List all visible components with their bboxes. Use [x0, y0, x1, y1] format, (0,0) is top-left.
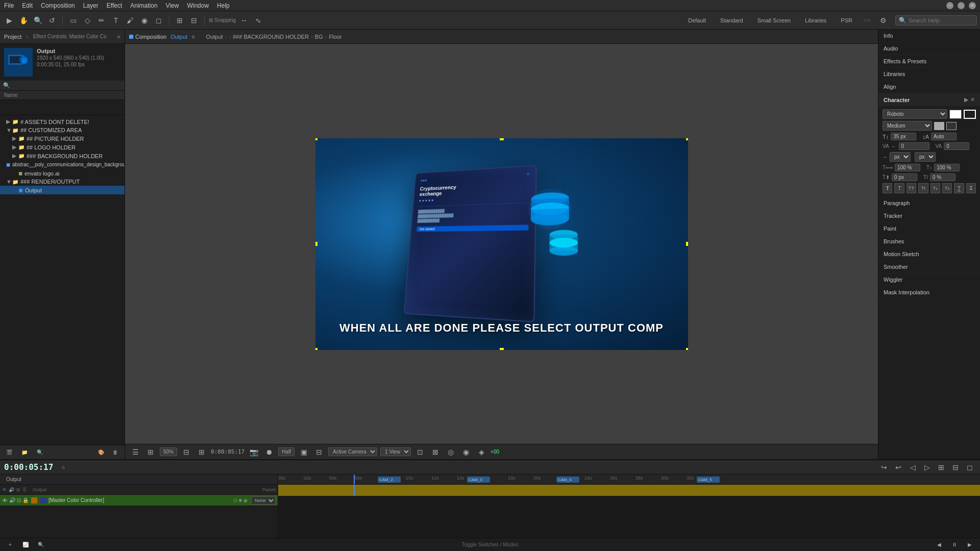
tool-brush[interactable]: 🖌	[124, 14, 136, 27]
search-area[interactable]: 🔍	[895, 15, 977, 26]
panel-close[interactable]: »	[117, 33, 120, 40]
tl-layer-audio[interactable]: 🔊	[9, 497, 15, 503]
tool-hand[interactable]: ✋	[17, 14, 30, 27]
expand-picture[interactable]: ▶	[12, 135, 18, 142]
tool-roto[interactable]: ⊟	[188, 14, 200, 27]
panel-colors[interactable]: 🎨	[95, 446, 107, 459]
comp-tab[interactable]: Composition Output ≡	[129, 34, 195, 40]
section-info-header[interactable]: Info	[878, 30, 980, 42]
scale-h-input[interactable]	[895, 164, 920, 171]
section-motion-sketch-header[interactable]: Motion Sketch	[878, 248, 980, 260]
panel-new-comp[interactable]: 🎬	[3, 446, 15, 459]
quality-button[interactable]: Half	[278, 447, 295, 456]
corner-handle-bl[interactable]	[315, 348, 317, 350]
char-color-swatch2[interactable]	[946, 122, 957, 130]
workspace-standard[interactable]: Standard	[715, 16, 748, 25]
workspace-psr[interactable]: PSR	[836, 16, 857, 25]
breadcrumb-output[interactable]: Output	[206, 34, 223, 40]
comp-ctrl-opt2[interactable]: ⊠	[429, 446, 442, 458]
char-fill-color[interactable]	[949, 110, 962, 119]
zoom-button[interactable]: 50%	[160, 447, 177, 456]
tl-layer-lock[interactable]: 🔒	[22, 497, 29, 503]
section-mask-interp-header[interactable]: Mask Interpolation	[878, 286, 980, 298]
workspace-default[interactable]: Default	[683, 16, 711, 25]
expand-render-output[interactable]: ▼	[6, 179, 12, 185]
tl-btn1[interactable]: ↪	[878, 461, 890, 473]
section-tracker-header[interactable]: Tracker	[878, 210, 980, 222]
tree-item-abstract[interactable]: ▶ ◼ abstrac__poly_communications_design_…	[0, 160, 125, 169]
comp-ctrl-snap[interactable]: ⊞	[195, 446, 208, 458]
comp-ctrl-mode[interactable]: ▣	[298, 446, 310, 458]
tl-btn5[interactable]: ⊞	[935, 461, 947, 473]
tool-arrow[interactable]: ▶	[3, 14, 15, 27]
search-input[interactable]	[909, 17, 970, 23]
tl-layer-eye[interactable]: 👁	[2, 497, 8, 504]
tl-bottom-play[interactable]: ⏸	[948, 539, 961, 551]
expand-envato[interactable]: ▶	[12, 170, 18, 177]
tl-parent-select[interactable]: None	[251, 496, 276, 505]
menu-composition[interactable]: Composition	[41, 2, 75, 9]
window-minimize[interactable]: ─	[946, 2, 953, 9]
section-paint-header[interactable]: Paint	[878, 222, 980, 235]
panel-trash[interactable]: 🗑	[109, 446, 121, 459]
section-wiggler-header[interactable]: Wiggler	[878, 273, 980, 286]
menu-window[interactable]: Window	[187, 2, 209, 9]
comp-ctrl-opt1[interactable]: ⊡	[414, 446, 426, 458]
workspace-small[interactable]: Small Screen	[752, 16, 796, 25]
menu-edit[interactable]: Edit	[22, 2, 33, 9]
char-allcaps[interactable]: TT	[906, 183, 916, 193]
toggle-label[interactable]: Toggle Switches / Modes	[50, 542, 930, 547]
font-select[interactable]: Roboto	[883, 109, 947, 119]
tool-stamp[interactable]: ◉	[138, 14, 151, 27]
corner-handle-tl[interactable]	[315, 138, 317, 140]
char-smallcaps[interactable]: Tt	[918, 183, 928, 193]
tree-item-output[interactable]: ▶ ▣ Output	[0, 186, 125, 194]
tool-rotate[interactable]: ↺	[46, 14, 58, 27]
comp-ctrl-grid[interactable]: ⊟	[180, 446, 192, 458]
section-paragraph-header[interactable]: Paragraph	[878, 197, 980, 209]
tool-shape[interactable]: ◇	[81, 14, 93, 27]
expand-assets[interactable]: ▶	[6, 118, 12, 125]
char-super[interactable]: Ts	[930, 183, 940, 193]
breadcrumb-floor[interactable]: Floor	[329, 34, 341, 40]
camera-select[interactable]: Active Camera	[328, 447, 377, 456]
expand-customized[interactable]: ▼	[6, 127, 12, 133]
unit-select2[interactable]: px	[915, 152, 936, 162]
window-close[interactable]: ✕	[969, 2, 976, 9]
tl-btn7[interactable]: ◻	[964, 461, 976, 473]
tl-btn6[interactable]: ⊟	[949, 461, 962, 473]
comp-ctrl-opt3[interactable]: ◎	[445, 446, 457, 458]
section-smoother-header[interactable]: Smoother	[878, 261, 980, 273]
leading-input[interactable]	[931, 133, 957, 140]
section-libraries-header[interactable]: Libraries	[878, 68, 980, 80]
char-strikethrough[interactable]: T	[966, 183, 976, 193]
kerning-input[interactable]	[944, 142, 969, 150]
tl-bottom-search[interactable]: 🔍	[35, 539, 47, 551]
tool-settings[interactable]: ⚙	[877, 14, 889, 27]
comp-ctrl-layout[interactable]: ⊞	[144, 446, 157, 458]
tool-text[interactable]: T	[110, 14, 122, 27]
tool-rect[interactable]: ▭	[67, 14, 79, 27]
view-select[interactable]: 1 View	[380, 447, 411, 456]
tool-eraser[interactable]: ◻	[153, 14, 165, 27]
section-effects-header[interactable]: Effects & Presets	[878, 55, 980, 67]
timecode[interactable]: 0:00:05:17	[4, 462, 53, 472]
tl-layer-row[interactable]: 👁 🔊 ⊡ 🔒 [Master Color Controller] ⊡ ✱ ◉ …	[0, 495, 278, 506]
menu-view[interactable]: View	[166, 2, 179, 9]
menu-file[interactable]: File	[4, 2, 14, 9]
comp-ctrl-opt4[interactable]: ◉	[460, 446, 472, 458]
comp-menu-icon[interactable]: ≡	[191, 34, 194, 40]
tree-item-envato[interactable]: ▶ ◼ envato logo.ai	[0, 169, 125, 178]
corner-handle-ml[interactable]	[315, 242, 317, 246]
tree-item-assets[interactable]: ▶ 📁 # ASSETS DONT DELETE!	[0, 117, 125, 126]
menu-help[interactable]: Help	[217, 2, 230, 9]
tl-btn3[interactable]: ◁	[906, 461, 919, 473]
menu-effect[interactable]: Effect	[107, 2, 122, 9]
tl-layer-solo[interactable]: ⊡	[17, 497, 21, 503]
tool-motion[interactable]: ∿	[252, 14, 264, 27]
tracking-input[interactable]	[899, 142, 929, 150]
panel-folder[interactable]: 📁	[18, 446, 31, 459]
tl-btn2[interactable]: ↩	[892, 461, 904, 473]
time-indicator[interactable]	[354, 474, 355, 484]
corner-handle-mr[interactable]	[686, 242, 688, 246]
